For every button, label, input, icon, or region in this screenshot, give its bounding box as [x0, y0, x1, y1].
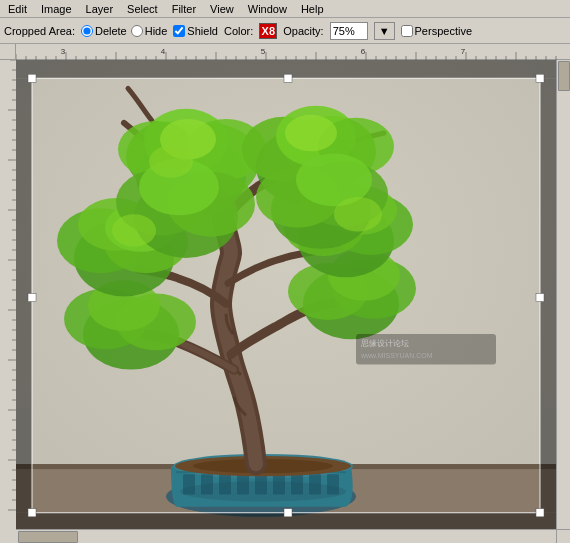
svg-text:6: 6 — [361, 47, 366, 56]
scrollbar-corner — [556, 529, 570, 543]
svg-rect-121 — [309, 474, 321, 494]
cropped-area-label: Cropped Area: — [4, 25, 75, 37]
perspective-label: Perspective — [415, 25, 472, 37]
canvas-area[interactable]: 思缘设计论坛 www.MISSYUAN.COM — [16, 60, 570, 543]
svg-rect-115 — [201, 474, 213, 494]
svg-text:4: 4 — [161, 47, 166, 56]
svg-rect-120 — [291, 474, 303, 494]
ruler-vertical — [0, 60, 16, 543]
svg-rect-119 — [273, 474, 285, 494]
menu-filter[interactable]: Filter — [166, 2, 202, 16]
svg-text:www.MISSYUAN.COM: www.MISSYUAN.COM — [360, 352, 433, 359]
opacity-input[interactable] — [330, 22, 368, 40]
delete-label: Delete — [95, 25, 127, 37]
svg-rect-176 — [536, 74, 544, 82]
svg-rect-117 — [237, 474, 249, 494]
menu-view[interactable]: View — [204, 2, 240, 16]
cropped-area-options: Delete Hide — [81, 25, 167, 37]
scrollbar-vertical[interactable] — [556, 60, 570, 529]
ruler-h-svg: 3 4 5 6 7 — [16, 44, 570, 60]
svg-rect-114 — [183, 474, 195, 494]
hide-radio[interactable] — [131, 25, 143, 37]
svg-rect-174 — [28, 74, 36, 82]
svg-rect-181 — [536, 509, 544, 517]
svg-rect-178 — [536, 293, 544, 301]
svg-rect-179 — [28, 509, 36, 517]
delete-option[interactable]: Delete — [81, 25, 127, 37]
menu-edit[interactable]: Edit — [2, 2, 33, 16]
bonsai-image: 思缘设计论坛 www.MISSYUAN.COM — [16, 60, 556, 529]
scrollbar-horizontal[interactable] — [16, 529, 556, 543]
menubar: Edit Image Layer Select Filter View Wind… — [0, 0, 570, 18]
svg-text:7: 7 — [461, 47, 466, 56]
toolbar: Cropped Area: Delete Hide Shield Color: … — [0, 18, 570, 44]
menu-window[interactable]: Window — [242, 2, 293, 16]
shield-checkbox[interactable] — [173, 25, 185, 37]
image-viewport: 思缘设计论坛 www.MISSYUAN.COM — [16, 60, 556, 529]
ruler-v-svg — [0, 60, 16, 520]
hide-label: Hide — [145, 25, 168, 37]
shield-label: Shield — [187, 25, 218, 37]
svg-rect-122 — [327, 474, 339, 494]
opacity-label: Opacity: — [283, 25, 323, 37]
content-area: 3 4 5 6 7 — [0, 44, 570, 543]
svg-text:思缘设计论坛: 思缘设计论坛 — [360, 339, 409, 348]
svg-rect-177 — [28, 293, 36, 301]
perspective-option[interactable]: Perspective — [401, 25, 472, 37]
svg-point-165 — [334, 197, 382, 232]
menu-help[interactable]: Help — [295, 2, 330, 16]
menu-image[interactable]: Image — [35, 2, 78, 16]
scrollbar-thumb-v[interactable] — [558, 61, 570, 91]
svg-text:5: 5 — [261, 47, 266, 56]
perspective-checkbox[interactable] — [401, 25, 413, 37]
svg-point-163 — [285, 115, 337, 152]
menu-layer[interactable]: Layer — [80, 2, 120, 16]
color-label: Color: — [224, 25, 253, 37]
delete-radio[interactable] — [81, 25, 93, 37]
svg-text:3: 3 — [61, 47, 66, 56]
svg-rect-118 — [255, 474, 267, 494]
ruler-horizontal: 3 4 5 6 7 — [16, 44, 570, 60]
svg-rect-180 — [284, 509, 292, 517]
shield-option[interactable]: Shield — [173, 25, 218, 37]
svg-rect-175 — [284, 74, 292, 82]
opacity-arrow[interactable]: ▼ — [374, 22, 395, 40]
svg-point-162 — [149, 145, 193, 177]
ruler-corner — [0, 44, 16, 60]
color-swatch[interactable]: X8 — [259, 23, 277, 39]
hide-option[interactable]: Hide — [131, 25, 168, 37]
svg-point-164 — [112, 214, 156, 246]
scrollbar-thumb-h[interactable] — [18, 531, 78, 543]
menu-select[interactable]: Select — [121, 2, 164, 16]
svg-rect-116 — [219, 474, 231, 494]
